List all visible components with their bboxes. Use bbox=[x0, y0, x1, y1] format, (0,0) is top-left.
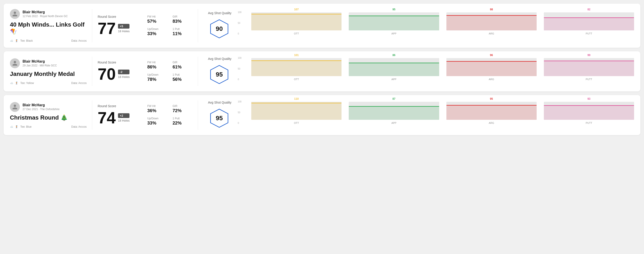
tee-label: Tee: Blue bbox=[20, 125, 32, 128]
player-section: Blair McHarg 12 Feb 2022 · Royal North D… bbox=[10, 9, 86, 42]
stats-section: FW Hit 36% GIR 72% Up/Down 33% 1 Putt 22… bbox=[147, 105, 192, 126]
round-score-label: Round Score bbox=[98, 15, 143, 18]
stats-grid: FW Hit 86% GIR 61% Up/Down 78% 1 Putt 56… bbox=[147, 61, 192, 82]
quality-score: 95 bbox=[216, 115, 223, 122]
bag-icon: 🏌️ bbox=[15, 82, 18, 85]
bar-wrapper bbox=[544, 12, 634, 30]
bar-fill bbox=[544, 106, 634, 120]
bar-indicator bbox=[446, 15, 537, 16]
updown-value: 33% bbox=[147, 121, 167, 126]
player-header: Blair McHarg 12 Feb 2022 · Royal North D… bbox=[10, 9, 86, 19]
oneputt-stat: 1 Putt 11% bbox=[172, 27, 192, 36]
player-info: Blair McHarg 27 Dec 2021 · The Oxfordshi… bbox=[22, 103, 60, 111]
tee-left: ☁️ 🏌️ Tee: Black bbox=[10, 39, 33, 42]
bar-label: APP bbox=[391, 122, 396, 124]
bar-group: 82 PUTT bbox=[544, 8, 634, 35]
bar-label: APP bbox=[391, 78, 396, 81]
score-section: Round Score 74 +2 18 Holes bbox=[98, 104, 143, 126]
oneputt-label: 1 Putt bbox=[172, 27, 192, 31]
quality-section: Avg Shot Quality 95 bbox=[208, 57, 240, 86]
gir-stat: GIR 72% bbox=[172, 105, 192, 113]
player-name: Blair McHarg bbox=[22, 59, 57, 64]
quality-section: Avg Shot Quality 90 bbox=[208, 11, 240, 40]
bar-chart: 101 OTT 86 APP 96 bbox=[251, 57, 634, 86]
bar-group: 99 PUTT bbox=[544, 54, 634, 81]
bar-wrapper bbox=[251, 58, 342, 76]
score-row: 74 +2 18 Holes bbox=[98, 110, 143, 126]
bar-indicator bbox=[251, 14, 342, 14]
bar-wrapper bbox=[544, 58, 634, 76]
score-number: 77 bbox=[98, 20, 116, 36]
quality-label: Avg Shot Quality bbox=[208, 11, 232, 15]
avatar bbox=[10, 9, 20, 19]
bar-label: OTT bbox=[294, 78, 299, 81]
bar-indicator bbox=[349, 63, 439, 63]
section-divider bbox=[92, 9, 92, 42]
bar-fill bbox=[251, 14, 342, 30]
section-divider-2 bbox=[198, 9, 198, 42]
quality-score: 95 bbox=[216, 71, 223, 78]
round-card: Blair McHarg 12 Feb 2022 · Royal North D… bbox=[4, 3, 640, 48]
hexagon-container: 95 bbox=[208, 63, 230, 86]
tee-info: ☁️ 🏌️ Tee: Blue Data: Arccos bbox=[10, 125, 86, 128]
bar-indicator bbox=[446, 105, 537, 106]
player-date: 12 Feb 2022 · Royal North Devon GC bbox=[22, 15, 68, 18]
bar-fill bbox=[446, 62, 537, 76]
bar-wrapper bbox=[349, 102, 439, 120]
bar-label: APP bbox=[391, 32, 396, 35]
bag-icon: 🏌️ bbox=[15, 125, 18, 128]
bar-indicator bbox=[544, 17, 634, 18]
bar-fill bbox=[251, 61, 342, 76]
bar-value: 87 bbox=[392, 97, 396, 101]
chart-section: 100 50 0 101 OTT 86 bbox=[244, 57, 634, 86]
chart-outer: 100 50 0 110 OTT 87 bbox=[244, 101, 634, 130]
y-label-0: 0 bbox=[238, 122, 242, 124]
oneputt-stat: 1 Putt 22% bbox=[172, 117, 192, 126]
gir-value: 83% bbox=[172, 19, 192, 24]
tee-left: ☁️ 🏌️ Tee: Yellow bbox=[10, 82, 34, 85]
y-label-100: 100 bbox=[238, 57, 242, 59]
bar-wrapper bbox=[251, 12, 342, 30]
oneputt-value: 11% bbox=[172, 31, 192, 36]
bar-fill bbox=[349, 107, 439, 120]
bar-indicator bbox=[349, 15, 439, 16]
weather-icon: ☁️ bbox=[10, 125, 13, 128]
bar-value: 95 bbox=[392, 8, 396, 11]
bar-fill bbox=[251, 103, 342, 120]
tee-label: Tee: Yellow bbox=[20, 82, 34, 85]
chart-section: 100 50 0 110 OTT 87 bbox=[244, 101, 634, 130]
tee-info: ☁️ 🏌️ Tee: Black Data: Arccos bbox=[10, 39, 86, 42]
score-badge-col: -2 18 Holes bbox=[118, 70, 130, 79]
bar-indicator bbox=[251, 103, 342, 103]
section-divider-2 bbox=[198, 57, 198, 86]
bar-label: ARG bbox=[489, 122, 494, 124]
y-label-0: 0 bbox=[238, 32, 242, 35]
score-diff-badge: +5 bbox=[118, 24, 130, 29]
player-name: Blair McHarg bbox=[22, 10, 68, 14]
score-row: 77 +5 18 Holes bbox=[98, 20, 143, 36]
quality-section: Avg Shot Quality 95 bbox=[208, 101, 240, 129]
player-name: Blair McHarg bbox=[22, 103, 60, 107]
oneputt-value: 56% bbox=[172, 77, 192, 82]
data-source: Data: Arccos bbox=[71, 39, 86, 42]
player-info: Blair McHarg 29 Jan 2022 · Mill Ride GCC bbox=[22, 59, 57, 67]
round-score-label: Round Score bbox=[98, 104, 143, 108]
chart-y-labels: 100 50 0 bbox=[238, 101, 242, 124]
y-label-0: 0 bbox=[238, 78, 242, 81]
stats-grid: FW Hit 36% GIR 72% Up/Down 33% 1 Putt 22… bbox=[147, 105, 192, 126]
bar-indicator bbox=[349, 106, 439, 107]
updown-label: Up/Down bbox=[147, 73, 167, 76]
fw-hit-stat: FW Hit 36% bbox=[147, 105, 167, 113]
bar-value: 101 bbox=[294, 54, 299, 57]
bar-chart: 110 OTT 87 APP 95 bbox=[251, 101, 634, 130]
bar-label: ARG bbox=[489, 32, 494, 35]
bar-indicator bbox=[251, 60, 342, 61]
score-diff-badge: -2 bbox=[118, 70, 130, 74]
bar-wrapper bbox=[544, 102, 634, 120]
gir-value: 61% bbox=[172, 64, 192, 70]
bar-label: PUTT bbox=[586, 78, 592, 81]
bar-group: 96 ARG bbox=[446, 54, 537, 81]
bar-fill bbox=[446, 106, 537, 120]
chart-outer: 100 50 0 101 OTT 86 bbox=[244, 57, 634, 86]
score-number: 74 bbox=[98, 110, 116, 126]
